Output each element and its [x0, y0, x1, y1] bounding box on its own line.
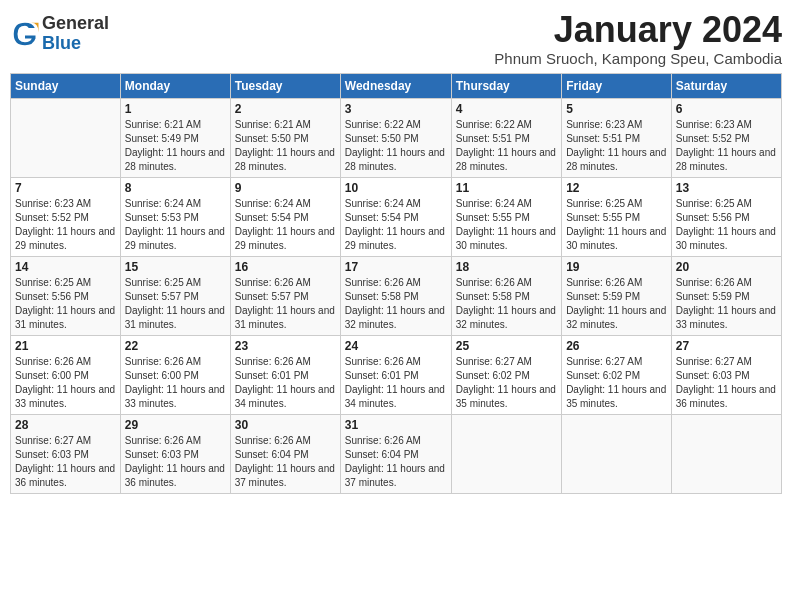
day-data: Sunrise: 6:26 AM Sunset: 6:03 PM Dayligh…: [125, 434, 226, 490]
calendar-cell: 21 Sunrise: 6:26 AM Sunset: 6:00 PM Dayl…: [11, 335, 121, 414]
day-number: 17: [345, 260, 447, 274]
calendar-cell: 26 Sunrise: 6:27 AM Sunset: 6:02 PM Dayl…: [562, 335, 672, 414]
logo-text: General Blue: [42, 14, 109, 54]
col-tuesday: Tuesday: [230, 73, 340, 98]
day-data: Sunrise: 6:26 AM Sunset: 5:58 PM Dayligh…: [345, 276, 447, 332]
day-number: 5: [566, 102, 667, 116]
day-number: 3: [345, 102, 447, 116]
calendar-cell: [671, 414, 781, 493]
calendar-cell: 27 Sunrise: 6:27 AM Sunset: 6:03 PM Dayl…: [671, 335, 781, 414]
day-number: 28: [15, 418, 116, 432]
day-number: 31: [345, 418, 447, 432]
logo-blue: Blue: [42, 34, 109, 54]
calendar-cell: 29 Sunrise: 6:26 AM Sunset: 6:03 PM Dayl…: [120, 414, 230, 493]
day-data: Sunrise: 6:25 AM Sunset: 5:56 PM Dayligh…: [15, 276, 116, 332]
day-number: 22: [125, 339, 226, 353]
calendar-table: Sunday Monday Tuesday Wednesday Thursday…: [10, 73, 782, 494]
day-number: 18: [456, 260, 557, 274]
calendar-row: 21 Sunrise: 6:26 AM Sunset: 6:00 PM Dayl…: [11, 335, 782, 414]
calendar-cell: [562, 414, 672, 493]
day-number: 11: [456, 181, 557, 195]
day-number: 14: [15, 260, 116, 274]
calendar-cell: 17 Sunrise: 6:26 AM Sunset: 5:58 PM Dayl…: [340, 256, 451, 335]
day-data: Sunrise: 6:27 AM Sunset: 6:02 PM Dayligh…: [566, 355, 667, 411]
day-data: Sunrise: 6:26 AM Sunset: 5:59 PM Dayligh…: [566, 276, 667, 332]
calendar-cell: [11, 98, 121, 177]
day-data: Sunrise: 6:25 AM Sunset: 5:57 PM Dayligh…: [125, 276, 226, 332]
day-data: Sunrise: 6:22 AM Sunset: 5:50 PM Dayligh…: [345, 118, 447, 174]
calendar-cell: 6 Sunrise: 6:23 AM Sunset: 5:52 PM Dayli…: [671, 98, 781, 177]
calendar-cell: 7 Sunrise: 6:23 AM Sunset: 5:52 PM Dayli…: [11, 177, 121, 256]
day-data: Sunrise: 6:24 AM Sunset: 5:54 PM Dayligh…: [345, 197, 447, 253]
day-number: 7: [15, 181, 116, 195]
calendar-cell: 24 Sunrise: 6:26 AM Sunset: 6:01 PM Dayl…: [340, 335, 451, 414]
day-data: Sunrise: 6:24 AM Sunset: 5:55 PM Dayligh…: [456, 197, 557, 253]
logo-icon: [10, 19, 40, 49]
day-data: Sunrise: 6:26 AM Sunset: 6:04 PM Dayligh…: [345, 434, 447, 490]
col-thursday: Thursday: [451, 73, 561, 98]
calendar-cell: [451, 414, 561, 493]
day-data: Sunrise: 6:26 AM Sunset: 6:01 PM Dayligh…: [235, 355, 336, 411]
day-number: 20: [676, 260, 777, 274]
calendar-cell: 2 Sunrise: 6:21 AM Sunset: 5:50 PM Dayli…: [230, 98, 340, 177]
day-number: 4: [456, 102, 557, 116]
calendar-row: 14 Sunrise: 6:25 AM Sunset: 5:56 PM Dayl…: [11, 256, 782, 335]
calendar-cell: 11 Sunrise: 6:24 AM Sunset: 5:55 PM Dayl…: [451, 177, 561, 256]
calendar-cell: 22 Sunrise: 6:26 AM Sunset: 6:00 PM Dayl…: [120, 335, 230, 414]
day-data: Sunrise: 6:25 AM Sunset: 5:55 PM Dayligh…: [566, 197, 667, 253]
day-data: Sunrise: 6:23 AM Sunset: 5:52 PM Dayligh…: [15, 197, 116, 253]
calendar-cell: 28 Sunrise: 6:27 AM Sunset: 6:03 PM Dayl…: [11, 414, 121, 493]
month-title: January 2024: [494, 10, 782, 50]
day-number: 29: [125, 418, 226, 432]
title-block: January 2024 Phnum Sruoch, Kampong Speu,…: [494, 10, 782, 67]
day-number: 9: [235, 181, 336, 195]
day-data: Sunrise: 6:25 AM Sunset: 5:56 PM Dayligh…: [676, 197, 777, 253]
header-row: Sunday Monday Tuesday Wednesday Thursday…: [11, 73, 782, 98]
day-number: 24: [345, 339, 447, 353]
calendar-cell: 13 Sunrise: 6:25 AM Sunset: 5:56 PM Dayl…: [671, 177, 781, 256]
calendar-row: 1 Sunrise: 6:21 AM Sunset: 5:49 PM Dayli…: [11, 98, 782, 177]
col-monday: Monday: [120, 73, 230, 98]
day-data: Sunrise: 6:24 AM Sunset: 5:54 PM Dayligh…: [235, 197, 336, 253]
day-data: Sunrise: 6:27 AM Sunset: 6:03 PM Dayligh…: [15, 434, 116, 490]
calendar-cell: 10 Sunrise: 6:24 AM Sunset: 5:54 PM Dayl…: [340, 177, 451, 256]
calendar-cell: 25 Sunrise: 6:27 AM Sunset: 6:02 PM Dayl…: [451, 335, 561, 414]
calendar-cell: 8 Sunrise: 6:24 AM Sunset: 5:53 PM Dayli…: [120, 177, 230, 256]
calendar-cell: 5 Sunrise: 6:23 AM Sunset: 5:51 PM Dayli…: [562, 98, 672, 177]
day-data: Sunrise: 6:26 AM Sunset: 5:59 PM Dayligh…: [676, 276, 777, 332]
day-number: 25: [456, 339, 557, 353]
calendar-cell: 1 Sunrise: 6:21 AM Sunset: 5:49 PM Dayli…: [120, 98, 230, 177]
day-data: Sunrise: 6:27 AM Sunset: 6:03 PM Dayligh…: [676, 355, 777, 411]
calendar-cell: 16 Sunrise: 6:26 AM Sunset: 5:57 PM Dayl…: [230, 256, 340, 335]
day-data: Sunrise: 6:26 AM Sunset: 5:58 PM Dayligh…: [456, 276, 557, 332]
day-data: Sunrise: 6:21 AM Sunset: 5:49 PM Dayligh…: [125, 118, 226, 174]
day-data: Sunrise: 6:27 AM Sunset: 6:02 PM Dayligh…: [456, 355, 557, 411]
day-data: Sunrise: 6:21 AM Sunset: 5:50 PM Dayligh…: [235, 118, 336, 174]
calendar-cell: 18 Sunrise: 6:26 AM Sunset: 5:58 PM Dayl…: [451, 256, 561, 335]
day-number: 8: [125, 181, 226, 195]
calendar-cell: 30 Sunrise: 6:26 AM Sunset: 6:04 PM Dayl…: [230, 414, 340, 493]
day-number: 2: [235, 102, 336, 116]
calendar-row: 28 Sunrise: 6:27 AM Sunset: 6:03 PM Dayl…: [11, 414, 782, 493]
page-header: General Blue January 2024 Phnum Sruoch, …: [10, 10, 782, 67]
calendar-cell: 12 Sunrise: 6:25 AM Sunset: 5:55 PM Dayl…: [562, 177, 672, 256]
calendar-cell: 9 Sunrise: 6:24 AM Sunset: 5:54 PM Dayli…: [230, 177, 340, 256]
col-sunday: Sunday: [11, 73, 121, 98]
calendar-cell: 4 Sunrise: 6:22 AM Sunset: 5:51 PM Dayli…: [451, 98, 561, 177]
col-friday: Friday: [562, 73, 672, 98]
day-number: 6: [676, 102, 777, 116]
day-data: Sunrise: 6:26 AM Sunset: 6:01 PM Dayligh…: [345, 355, 447, 411]
day-data: Sunrise: 6:26 AM Sunset: 6:00 PM Dayligh…: [15, 355, 116, 411]
day-number: 10: [345, 181, 447, 195]
day-number: 15: [125, 260, 226, 274]
calendar-cell: 19 Sunrise: 6:26 AM Sunset: 5:59 PM Dayl…: [562, 256, 672, 335]
col-wednesday: Wednesday: [340, 73, 451, 98]
day-number: 1: [125, 102, 226, 116]
day-data: Sunrise: 6:23 AM Sunset: 5:51 PM Dayligh…: [566, 118, 667, 174]
calendar-cell: 31 Sunrise: 6:26 AM Sunset: 6:04 PM Dayl…: [340, 414, 451, 493]
day-number: 23: [235, 339, 336, 353]
day-number: 26: [566, 339, 667, 353]
calendar-cell: 15 Sunrise: 6:25 AM Sunset: 5:57 PM Dayl…: [120, 256, 230, 335]
calendar-cell: 14 Sunrise: 6:25 AM Sunset: 5:56 PM Dayl…: [11, 256, 121, 335]
day-number: 12: [566, 181, 667, 195]
